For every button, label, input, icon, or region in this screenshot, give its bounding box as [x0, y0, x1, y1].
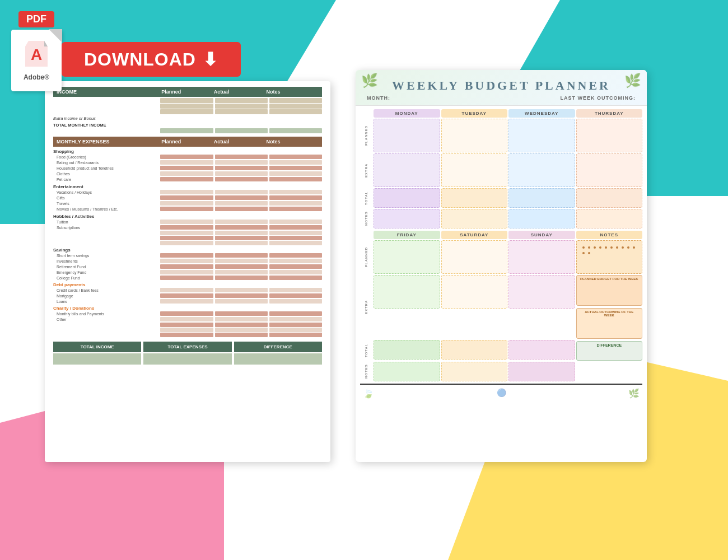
spacer-1 [360, 109, 372, 118]
tuition-row: Tuition [53, 220, 322, 225]
total-row-label: TOTAL [360, 188, 372, 208]
notes-row-label-2: NOTES [360, 362, 372, 381]
debt-header: Debt payments [53, 282, 322, 287]
extra-row-label-2: EXTRA [360, 275, 372, 339]
adobe-text: Adobe® [24, 73, 49, 81]
difference-box: DIFFERENCE [576, 341, 643, 361]
sidebar-spacer [576, 362, 643, 381]
total-income-value [53, 353, 141, 365]
dot-3 [594, 246, 596, 249]
total-mon-cell [374, 188, 440, 208]
total-expenses-value [143, 353, 231, 365]
extra-mon-cell [374, 153, 440, 187]
eating-row: Eating out / Restaurants [53, 160, 322, 165]
grocery-row: Food (Groceries) [53, 155, 322, 160]
total-row-label-2: TOTAL [360, 340, 372, 361]
pdf-badge: PDF A Adobe® [11, 11, 62, 91]
movies-row: Movies / Museums / Theatres / Etc. [53, 207, 322, 212]
travels-row: Travels [53, 201, 322, 206]
leaf-footer-right: 🌿 [628, 388, 640, 399]
total-thu-cell [576, 188, 643, 208]
leaf-decoration-right: 🌿 [624, 73, 641, 88]
dot-5 [605, 246, 607, 249]
weekly-planner-doc: 🌿 🌿 WEEKLY BUDGET PLANNER MONTH: LAST WE… [356, 70, 647, 462]
college-row: College Fund [53, 276, 322, 281]
notes-sun-cell [508, 362, 575, 381]
planned-row-label-2: PLANNED [360, 240, 372, 274]
dot-11 [582, 252, 585, 254]
total-tue-cell [441, 188, 508, 208]
clothes-row: Clothes [53, 171, 322, 176]
download-button[interactable]: DOWNLOAD ⬇ [62, 42, 241, 77]
emergency-row: Emergency Fund [53, 270, 322, 275]
download-label: DOWNLOAD [84, 49, 196, 70]
dot-8 [622, 246, 624, 249]
circle-footer: 🔵 [497, 388, 506, 399]
total-expenses-label: TOTAL EXPENSES [143, 342, 231, 352]
planner-title: WEEKLY BUDGET PLANNER [367, 78, 636, 93]
extra-wed-cell [508, 153, 575, 187]
month-label: MONTH: [367, 95, 390, 101]
actual-outcoming-box: ACTUAL OUTCOMING OF THE WEEK [576, 308, 643, 339]
income-row-1 [53, 98, 322, 103]
planner-body: MONDAY TUESDAY WEDNESDAY THURSDAY PLANNE… [356, 106, 647, 403]
income-planned: Planned [161, 89, 214, 95]
blank-row-3 [53, 241, 322, 245]
planned-sun-cell [508, 240, 575, 274]
totals-footer: TOTAL INCOME TOTAL EXPENSES DIFFERENCE [53, 342, 322, 365]
entertainment-header: Entertainment [53, 184, 322, 189]
income-header: INCOME Planned Actual Notes [53, 87, 322, 97]
gifts-row: Gifts [53, 195, 322, 200]
planned-budget-label: PLANNED BUDGET FOR THE WEEK [580, 277, 640, 281]
short-savings-row: Short term savings [53, 253, 322, 258]
blank-row-6 [53, 333, 322, 337]
planner-footer: 🍃 🔵 🌿 [360, 387, 642, 400]
expenses-planned: Planned [161, 139, 214, 144]
planned-wed-cell [508, 119, 575, 152]
other-row: Other [53, 317, 322, 322]
extra-income-label: Extra income or Bonus [53, 116, 322, 121]
notes-box [576, 240, 643, 274]
petcare-row: Pet care [53, 177, 322, 182]
leaf-footer-left: 🍃 [363, 388, 374, 399]
bottom-border [360, 384, 642, 385]
sunday-header: SUNDAY [508, 231, 575, 239]
charity-header: Charity / Donations [53, 306, 322, 311]
monthly-bills-row: Monthly bills and Payments [53, 311, 322, 316]
blank-row-1 [53, 231, 322, 235]
notes-dots [579, 243, 640, 258]
grocery-label: Food (Groceries) [53, 155, 158, 160]
difference-label: DIFFERENCE [580, 343, 640, 347]
blank-row-2 [53, 236, 322, 240]
monthly-budget-doc: INCOME Planned Actual Notes Extra income… [45, 81, 330, 462]
extra-row-label: EXTRA [360, 153, 372, 187]
income-actual: Actual [214, 89, 267, 95]
notes-thu-cell [576, 209, 643, 228]
hobbies-header: Hobbies / Activities [53, 214, 322, 219]
actual-outcoming-label: ACTUAL OUTCOMING OF THE WEEK [580, 310, 640, 317]
planner-header: 🌿 🌿 WEEKLY BUDGET PLANNER MONTH: LAST WE… [356, 70, 647, 106]
notes-header: NOTES [576, 231, 643, 239]
planned-fri-cell [374, 240, 440, 274]
thursday-header: THURSDAY [576, 109, 643, 118]
expenses-header: MONTHLY EXPENSES Planned Actual Notes [53, 137, 322, 147]
shopping-header: Shopping [53, 149, 322, 154]
week-grid-bottom: FRIDAY SATURDAY SUNDAY NOTES PLANNED [360, 231, 642, 381]
blank-row-5 [53, 328, 322, 332]
dot-10 [633, 246, 635, 249]
difference-label: DIFFERENCE [234, 342, 322, 352]
pdf-tag: PDF [18, 11, 54, 27]
last-week-label: LAST WEEK OUTCOMING: [561, 95, 636, 101]
blank-row-4 [53, 323, 322, 327]
total-income-row [53, 128, 322, 133]
notes-fri-cell [374, 362, 440, 381]
extra-sun-cell [508, 275, 575, 309]
planned-sat-cell [441, 240, 508, 274]
expenses-notes: Notes [266, 139, 319, 144]
planned-row-label: PLANNED [360, 119, 372, 152]
dot-12 [588, 252, 590, 254]
dot-4 [599, 246, 601, 249]
svg-text:A: A [31, 46, 42, 63]
expenses-label: MONTHLY EXPENSES [57, 139, 161, 144]
mortgage-row: Mortgage [53, 293, 322, 298]
